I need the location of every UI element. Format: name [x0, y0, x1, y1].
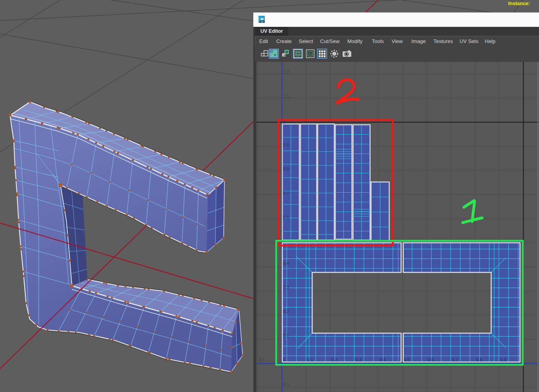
svg-text:1.1: 1.1	[283, 94, 289, 99]
svg-text:0.5: 0.5	[404, 357, 410, 362]
svg-text:0.6: 0.6	[283, 215, 289, 219]
svg-text:0.7: 0.7	[452, 357, 458, 362]
svg-text:-0.1: -0.1	[258, 357, 265, 362]
svg-text:0.4: 0.4	[283, 261, 289, 266]
svg-text:M: M	[260, 17, 264, 21]
svg-text:0.2: 0.2	[331, 357, 337, 362]
svg-text:MA: MA	[261, 21, 263, 23]
svg-text:0.3: 0.3	[283, 285, 289, 290]
svg-text:0: 0	[283, 357, 285, 362]
svg-text:0.8: 0.8	[283, 167, 289, 171]
svg-text:0.9: 0.9	[500, 357, 506, 362]
svg-text:-0.1: -0.1	[282, 382, 289, 387]
svg-text:0.2: 0.2	[283, 309, 289, 314]
svg-text:0.3: 0.3	[355, 357, 361, 362]
svg-text:1.2: 1.2	[283, 70, 289, 75]
svg-text:0.6: 0.6	[428, 357, 434, 362]
svg-text:0.7: 0.7	[283, 191, 289, 195]
svg-text:0.1: 0.1	[307, 357, 313, 362]
svg-text:0.4: 0.4	[379, 357, 385, 362]
svg-text:0.1: 0.1	[283, 333, 289, 338]
svg-text:0.9: 0.9	[283, 143, 289, 147]
svg-text:0.8: 0.8	[476, 357, 482, 362]
